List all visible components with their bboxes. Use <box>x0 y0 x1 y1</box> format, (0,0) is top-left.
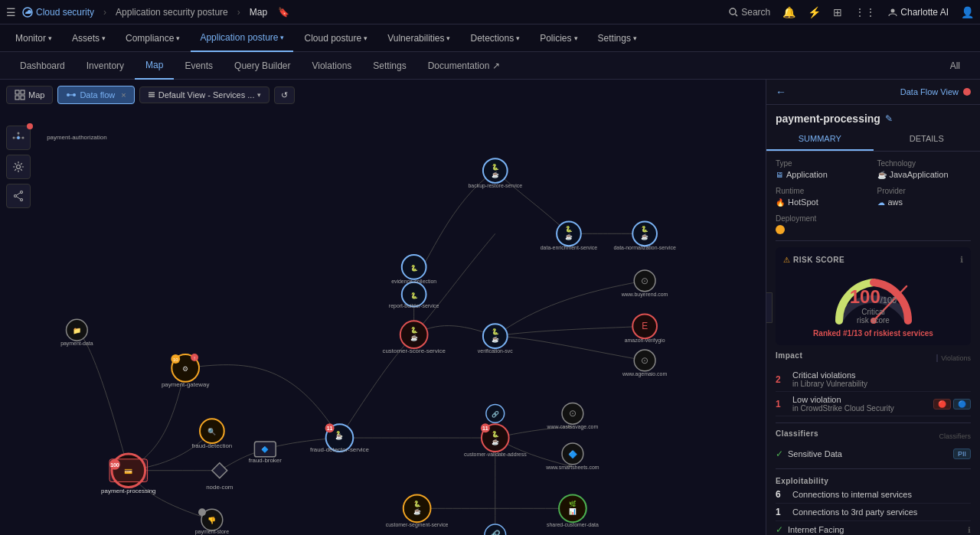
nav-compliance[interactable]: Compliance ▾ <box>116 24 189 52</box>
refresh-button[interactable]: ↺ <box>274 86 295 104</box>
subnav-all[interactable]: All <box>939 52 971 80</box>
nav-policies[interactable]: Policies ▾ <box>531 24 586 52</box>
subnav-events[interactable]: Events <box>174 52 224 80</box>
grid-icon[interactable]: ⊞ <box>833 6 842 18</box>
violation-tag-red: 🔴 <box>933 399 951 409</box>
dataflow-close-icon[interactable]: × <box>121 90 126 99</box>
svg-text:🐍: 🐍 <box>492 328 499 335</box>
svg-text:fraud-detector-service: fraud-detector-service <box>310 446 370 453</box>
panel-header: ← Data Flow View <box>766 80 980 105</box>
nav-monitor[interactable]: Monitor ▾ <box>6 24 61 52</box>
svg-text:🐍: 🐍 <box>565 225 573 233</box>
svg-text:payment-processing: payment-processing <box>101 488 155 494</box>
notifications-icon[interactable]: 🔔 <box>782 6 795 18</box>
tech-label: Technology <box>877 159 972 168</box>
violation-2-num: 1 <box>776 399 788 409</box>
nav-app-posture[interactable]: Application posture ▾ <box>191 24 293 52</box>
nav-vulns-label: Vulnerabilities <box>387 33 444 44</box>
svg-text:shared-customer-data: shared-customer-data <box>547 522 599 527</box>
svg-rect-12 <box>149 96 155 98</box>
svg-text:www.agemaio.com: www.agemaio.com <box>622 371 667 377</box>
risk-info-icon[interactable]: ℹ <box>960 255 963 265</box>
classifiers-title: Classifiers <box>776 429 818 438</box>
profile-icon[interactable]: 👤 <box>961 6 974 18</box>
panel-back-button[interactable]: ← <box>776 86 786 98</box>
map-icon <box>15 90 25 100</box>
graph-icon-btn[interactable] <box>6 126 31 150</box>
cloud-icon <box>22 7 33 18</box>
exploit-info-icon[interactable]: ℹ <box>968 526 971 534</box>
info-grid: Type 🖥 Application Technology ☕ JavaAppl… <box>776 159 971 207</box>
nav-cloud-posture-label: Cloud posture <box>304 33 361 44</box>
bookmark-icon[interactable]: 🔖 <box>278 7 289 18</box>
svg-text:☕: ☕ <box>492 171 499 178</box>
svg-text:backup-restore-service: backup-restore-service <box>468 183 522 189</box>
svg-text:11: 11 <box>482 426 488 431</box>
alerts-icon[interactable]: ⚡ <box>808 6 821 18</box>
exploit-item-1: 6 Connections to internal services <box>776 486 971 504</box>
exploitability-section: Exploitability 6 Connections to internal… <box>776 475 971 535</box>
exploitability-title: Exploitability <box>776 477 828 485</box>
breadcrumb-app-security[interactable]: Application security posture <box>116 7 228 18</box>
svg-text:payment-store: payment-store <box>195 529 229 535</box>
svg-text:☕: ☕ <box>492 438 499 445</box>
ranked-prefix: Ranked <box>813 329 841 338</box>
search-button[interactable]: Search <box>729 7 770 18</box>
panel-collapse-handle[interactable]: › <box>766 292 773 323</box>
nav-policies-label: Policies <box>540 33 571 44</box>
view-selector[interactable]: Default View - Services ... ▾ <box>139 86 270 103</box>
svg-text:⊙: ⊙ <box>641 355 648 366</box>
map-area[interactable]: Map Data flow × Default View - Services … <box>0 80 766 535</box>
exploit-item-3: ✓ Internet Facing ℹ <box>776 521 971 535</box>
subnav-dashboard[interactable]: Dashboard <box>9 52 76 80</box>
exploit-1-num: 6 <box>776 489 788 500</box>
classifier-item-1: ✓ Sensitive Data PII <box>776 445 971 462</box>
nav-cloud-posture-chevron: ▾ <box>364 34 368 42</box>
nav-compliance-chevron: ▾ <box>176 34 180 42</box>
nav-detections-label: Detections <box>470 33 514 44</box>
panel-tab-summary[interactable]: SUMMARY <box>766 128 874 151</box>
menu-icon[interactable]: ☰ <box>6 6 16 18</box>
settings-icon-btn[interactable] <box>6 155 31 179</box>
map-button[interactable]: Map <box>6 86 53 104</box>
search-icon <box>729 8 738 17</box>
svg-text:E: E <box>642 321 648 331</box>
apps-icon[interactable]: ⋮⋮ <box>854 6 876 18</box>
info-deployment: Deployment <box>776 214 971 234</box>
subnav-query-builder[interactable]: Query Builder <box>224 52 301 80</box>
nav-detections-chevron: ▾ <box>516 34 520 42</box>
violation-item-1: 2 Critical violations in Library Vulnera… <box>776 367 971 392</box>
nav-compliance-label: Compliance <box>126 33 174 44</box>
subnav-documentation[interactable]: Documentation ↗ <box>417 52 511 80</box>
subnav-violations[interactable]: Violations <box>301 52 362 80</box>
nav-detections[interactable]: Detections ▾ <box>461 24 529 52</box>
nav-assets[interactable]: Assets ▾ <box>63 24 115 52</box>
nav-cloud-posture[interactable]: Cloud posture ▾ <box>295 24 377 52</box>
map-btn-label: Map <box>28 90 44 99</box>
subnav-map[interactable]: Map <box>135 52 174 80</box>
subnav-settings[interactable]: Settings <box>362 52 416 80</box>
panel-edit-icon[interactable]: ✎ <box>885 113 893 124</box>
gauge-score: 100/100 Criticalrisk score <box>850 286 897 325</box>
dataflow-button[interactable]: Data flow × <box>57 86 134 104</box>
svg-point-23 <box>21 199 23 201</box>
nav-vulnerabilities[interactable]: Vulnerabilities ▾ <box>378 24 459 52</box>
subnav-inventory[interactable]: Inventory <box>76 52 135 80</box>
svg-text:fraud-detection: fraud-detection <box>191 442 232 449</box>
info-type: Type 🖥 Application <box>776 159 870 179</box>
violation-2-info: Low violation in CrowdStrike Cloud Secur… <box>792 395 929 413</box>
exploit-2-label: Connections to 3rd party services <box>792 507 971 517</box>
svg-point-8 <box>67 93 70 96</box>
node-com[interactable] <box>212 463 227 478</box>
nav-settings[interactable]: Settings ▾ <box>589 24 646 52</box>
svg-text:amazon-verifygio: amazon-verifygio <box>625 338 665 344</box>
panel-content: Type 🖥 Application Technology ☕ JavaAppl… <box>766 152 980 535</box>
svg-point-1 <box>730 8 736 15</box>
violation-1-num: 2 <box>776 374 788 385</box>
share-icon-btn[interactable] <box>6 184 31 208</box>
svg-point-24 <box>15 195 17 197</box>
breadcrumb-map[interactable]: Map <box>250 7 267 18</box>
panel-tab-details[interactable]: DETAILS <box>874 128 981 151</box>
classifiers-label-right: Classifiers <box>939 432 971 440</box>
user-button[interactable]: Charlotte AI <box>888 7 949 18</box>
